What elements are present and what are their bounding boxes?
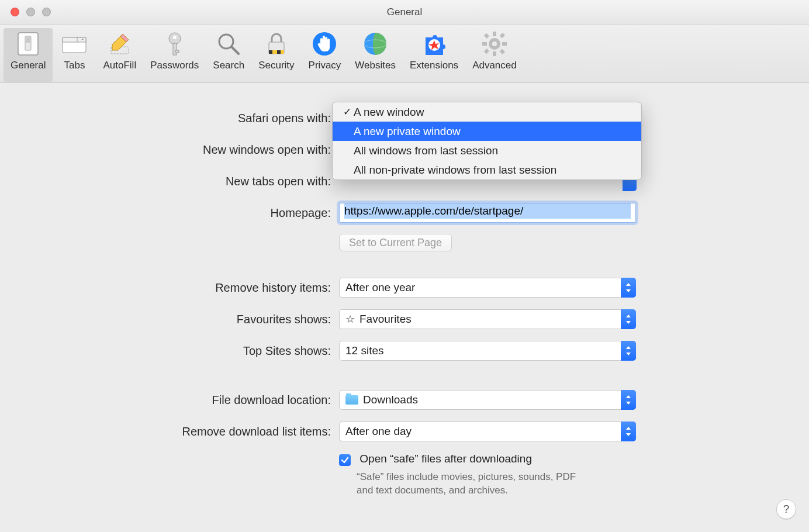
- svg-rect-20: [281, 50, 284, 54]
- tab-advanced[interactable]: Advanced: [465, 28, 524, 82]
- tab-privacy[interactable]: Privacy: [302, 28, 348, 82]
- svg-rect-11: [175, 50, 179, 53]
- svg-rect-31: [484, 33, 489, 39]
- chevron-updown-icon: [621, 309, 636, 329]
- maximize-button[interactable]: [42, 8, 51, 16]
- svg-rect-28: [493, 51, 496, 56]
- window-title: General: [0, 6, 809, 18]
- tab-label: Websites: [355, 60, 396, 71]
- new-tabs-label: New tabs open with:: [0, 175, 333, 188]
- favourites-select[interactable]: ☆ Favourites: [339, 309, 636, 329]
- favourites-value: Favourites: [359, 313, 412, 326]
- remove-history-label: Remove history items:: [0, 281, 333, 295]
- chevron-updown-icon: [621, 341, 636, 361]
- autofill-icon: [105, 29, 134, 58]
- tab-label: AutoFill: [103, 60, 136, 71]
- dropdown-option-label: A new window: [354, 106, 424, 119]
- dropdown-option-new-window[interactable]: ✓ A new window: [333, 102, 641, 122]
- svg-point-26: [492, 42, 497, 46]
- download-location-value: Downloads: [363, 393, 418, 406]
- svg-rect-2: [26, 37, 30, 43]
- general-icon: [13, 29, 43, 58]
- tab-label: Extensions: [410, 60, 458, 71]
- topsites-select[interactable]: 12 sites: [339, 341, 636, 361]
- remove-downloads-value: After one day: [345, 425, 630, 438]
- svg-point-9: [173, 36, 177, 39]
- favourites-label: Favourites shows:: [0, 313, 333, 326]
- tab-label: Passwords: [150, 60, 199, 71]
- tab-label: Tabs: [64, 60, 85, 71]
- star-icon: ☆: [345, 314, 355, 324]
- hand-icon: [310, 29, 339, 58]
- svg-rect-17: [269, 50, 272, 54]
- tab-search[interactable]: Search: [206, 28, 251, 82]
- chevron-updown-icon: [621, 422, 636, 441]
- download-location-select[interactable]: Downloads: [339, 390, 636, 410]
- tab-autofill[interactable]: AutoFill: [96, 28, 143, 82]
- svg-rect-32: [500, 49, 505, 54]
- tab-passwords[interactable]: Passwords: [143, 28, 206, 82]
- search-icon: [214, 29, 243, 58]
- topsites-label: Top Sites shows:: [0, 344, 333, 358]
- svg-rect-34: [484, 49, 489, 54]
- safari-opens-label: Safari opens with:: [0, 112, 333, 125]
- svg-rect-33: [500, 33, 505, 38]
- homepage-input[interactable]: https://www.apple.com/de/startpage/: [339, 203, 636, 223]
- svg-line-13: [231, 47, 238, 54]
- topsites-value: 12 sites: [345, 344, 630, 357]
- tab-websites[interactable]: Websites: [348, 28, 403, 82]
- download-location-label: File download location:: [0, 393, 333, 407]
- svg-text:+: +: [81, 37, 84, 42]
- tab-security[interactable]: Security: [251, 28, 301, 82]
- chevron-updown-icon: [621, 278, 636, 298]
- tab-extensions[interactable]: Extensions: [403, 28, 465, 82]
- tab-tabs[interactable]: + Tabs: [53, 28, 96, 82]
- tab-label: Privacy: [309, 60, 341, 71]
- tab-general[interactable]: General: [4, 28, 53, 82]
- dropdown-option-non-private-windows[interactable]: All non-private windows from last sessio…: [333, 160, 641, 179]
- set-current-page-button[interactable]: Set to Current Page: [339, 234, 452, 251]
- help-button[interactable]: ?: [776, 499, 796, 519]
- new-windows-label: New windows open with:: [0, 143, 333, 157]
- svg-rect-30: [502, 42, 507, 46]
- svg-rect-18: [274, 50, 277, 54]
- dropdown-option-label: A new private window: [354, 125, 461, 138]
- svg-rect-19: [277, 50, 281, 54]
- key-icon: [160, 29, 189, 58]
- toolbar: General + Tabs AutoFill Passwords Search: [0, 25, 809, 83]
- folder-icon: [345, 395, 358, 405]
- remove-history-select[interactable]: After one year: [339, 278, 636, 298]
- titlebar: General: [0, 0, 809, 25]
- safari-opens-dropdown: ✓ A new window A new private window All …: [332, 102, 642, 180]
- remove-downloads-label: Remove download list items:: [0, 425, 333, 438]
- homepage-label: Homepage:: [0, 206, 333, 220]
- minimize-button[interactable]: [26, 8, 35, 16]
- svg-rect-29: [482, 42, 487, 46]
- dropdown-option-all-windows[interactable]: All windows from last session: [333, 141, 641, 160]
- tab-label: Search: [213, 60, 244, 71]
- globe-icon: [361, 29, 390, 58]
- chevron-updown-icon: [621, 390, 636, 410]
- svg-rect-27: [493, 32, 496, 36]
- dropdown-option-label: All windows from last session: [354, 144, 498, 157]
- open-safe-files-checkbox[interactable]: [339, 454, 351, 466]
- check-icon: ✓: [343, 106, 354, 118]
- lock-icon: [262, 29, 291, 58]
- homepage-value: https://www.apple.com/de/startpage/: [344, 203, 631, 219]
- puzzle-icon: [420, 29, 449, 58]
- tabs-icon: +: [60, 29, 89, 58]
- open-safe-files-checkbox-row[interactable]: Open “safe” files after downloading: [339, 452, 579, 466]
- dropdown-option-new-private-window[interactable]: A new private window: [333, 122, 641, 141]
- dropdown-option-label: All non-private windows from last sessio…: [354, 164, 556, 177]
- remove-history-value: After one year: [345, 281, 630, 294]
- tab-label: Security: [258, 60, 294, 71]
- gear-icon: [480, 29, 509, 58]
- close-button[interactable]: [11, 8, 19, 16]
- traffic-lights: [0, 8, 51, 16]
- remove-downloads-select[interactable]: After one day: [339, 422, 636, 441]
- tab-label: General: [11, 60, 46, 71]
- tab-label: Advanced: [472, 60, 517, 71]
- open-safe-files-label: Open “safe” files after downloading: [359, 452, 532, 465]
- open-safe-files-help: “Safe” files include movies, pictures, s…: [357, 471, 579, 498]
- svg-rect-10: [173, 43, 177, 55]
